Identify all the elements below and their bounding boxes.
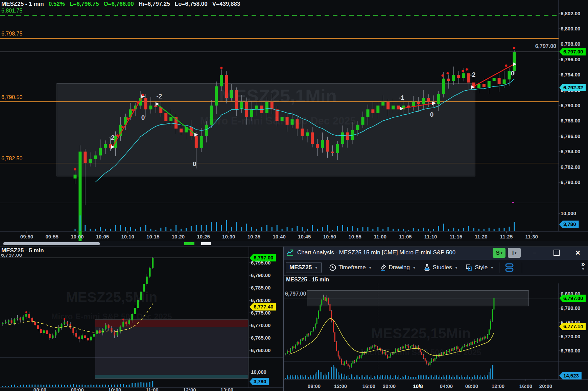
one-min-chart-canvas[interactable] (0, 0, 588, 241)
change-pct-value: 0.52% (49, 1, 65, 7)
maximize-icon (554, 250, 560, 256)
window-titlebar[interactable]: Chart Analysis - MESZ25 15 min [CME] Mic… (284, 246, 588, 260)
chevron-down-icon: ▼ (413, 266, 416, 270)
window-title: Chart Analysis - MESZ25 15 min [CME] Mic… (297, 249, 455, 256)
toolbar-item-drawing[interactable]: Drawing▼ (379, 264, 416, 271)
toolbar-overflow-button[interactable]: » ▼ (581, 261, 585, 272)
symbol-dropdown[interactable]: MESZ25▼ (286, 262, 322, 273)
chevron-down-icon: ▼ (581, 267, 585, 272)
panels-icon (504, 262, 514, 273)
five-min-chart-canvas[interactable] (0, 246, 283, 391)
chevron-down-icon: ▼ (490, 266, 494, 270)
flask-icon (423, 264, 431, 271)
maximize-button[interactable] (551, 247, 562, 258)
chart-header-5min: MESZ25 - 5 min (1, 247, 44, 254)
chevron-down-icon: ▾ (515, 251, 517, 255)
volume-bars (75, 215, 515, 231)
app-icon (286, 249, 294, 256)
horizontal-scrollbar[interactable] (0, 241, 588, 247)
toolbar-separator (522, 262, 522, 273)
style-icon (465, 264, 473, 271)
scrollbar-thumb[interactable] (3, 242, 100, 245)
info-mode-button[interactable]: I▾ (508, 248, 521, 258)
volume-bars (285, 365, 494, 380)
low-value: Lo=6,758.00 (175, 1, 208, 7)
toolbar-item-style[interactable]: Style▼ (465, 264, 494, 271)
chevron-down-icon: ▾ (501, 251, 502, 255)
linked-panels-button[interactable] (504, 262, 516, 273)
sim-mode-button[interactable]: S▾ (493, 248, 505, 258)
fifteen-min-chart-canvas[interactable] (284, 279, 588, 391)
close-button[interactable]: ✕ (572, 247, 584, 258)
chevron-down-icon: ▼ (314, 266, 318, 270)
clock-icon (329, 264, 336, 271)
toolbar-item-studies[interactable]: Studies▼ (423, 264, 458, 271)
chevron-down-icon: ▼ (369, 266, 372, 270)
last-value: L=6,796.75 (70, 1, 99, 7)
trading-workspace: MESZ25 - 1 min0.52%L=6,796.75O=6,766.00H… (0, 0, 588, 391)
scrollbar-marker-green (184, 242, 194, 245)
pen-icon (379, 264, 387, 271)
volume-bars (2, 381, 154, 387)
scrollbar-marker-white (201, 242, 211, 245)
volume-value: V=439,883 (212, 1, 240, 7)
toolbar-item-timeframe[interactable]: Timeframe▼ (329, 264, 372, 271)
high-value: Hi=6,797.25 (139, 1, 170, 7)
chart-header-1min: MESZ25 - 1 min0.52%L=6,796.75O=6,766.00H… (1, 1, 245, 7)
toolbar-separator (499, 262, 499, 273)
minimize-button[interactable]: – (529, 247, 540, 258)
symbol-period-label: MESZ25 - 1 min (1, 1, 44, 7)
open-value: O=6,766.00 (103, 1, 134, 7)
window-toolbar: MESZ25▼ Timeframe▼ Drawing▼ (284, 260, 588, 276)
chevron-down-icon: ▼ (455, 266, 458, 270)
